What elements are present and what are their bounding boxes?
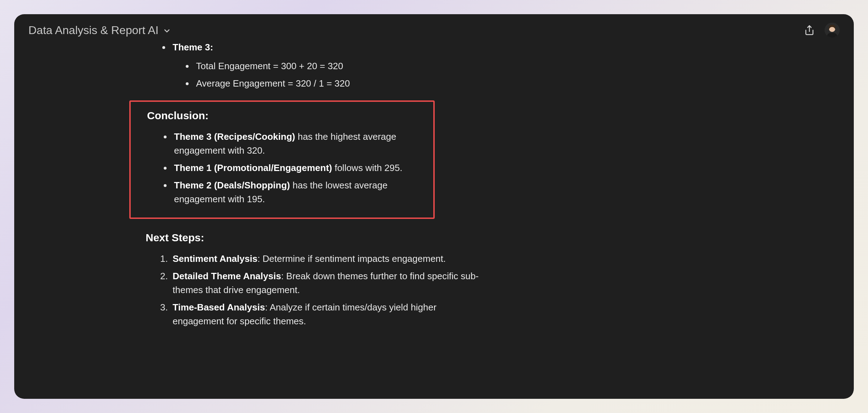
app-window: Data Analysis & Report AI: [14, 14, 854, 399]
content-area: Theme 3: Total Engagement = 300 + 20 = 3…: [14, 42, 854, 395]
list-item: Average Engagement = 320 / 1 = 320: [194, 77, 483, 90]
list-item: Theme 2 (Deals/Shopping) has the lowest …: [172, 178, 425, 206]
conclusion-heading: Conclusion:: [147, 108, 425, 123]
list-item: Detailed Theme Analysis: Break down them…: [170, 269, 483, 297]
chevron-down-icon: [163, 27, 171, 35]
page-title: Data Analysis & Report AI: [28, 24, 158, 37]
conclusion-highlight: Conclusion: Theme 3 (Recipes/Cooking) ha…: [129, 100, 435, 219]
avatar[interactable]: [825, 23, 840, 38]
list-item: Total Engagement = 300 + 20 = 320: [194, 59, 483, 73]
list-item: Theme 1 (Promotional/Engagement) follows…: [172, 161, 425, 175]
share-icon[interactable]: [804, 25, 815, 35]
list-item: Sentiment Analysis: Determine if sentime…: [170, 252, 483, 266]
list-item: Time-Based Analysis: Analyze if certain …: [170, 301, 483, 328]
header-bar: Data Analysis & Report AI: [14, 14, 854, 42]
next-steps-heading: Next Steps:: [146, 230, 483, 246]
title-dropdown[interactable]: Data Analysis & Report AI: [28, 24, 171, 37]
list-item: Theme 3: Total Engagement = 300 + 20 = 3…: [170, 42, 483, 90]
list-item: Theme 3 (Recipes/Cooking) has the highes…: [172, 130, 425, 158]
header-actions: [804, 23, 840, 38]
